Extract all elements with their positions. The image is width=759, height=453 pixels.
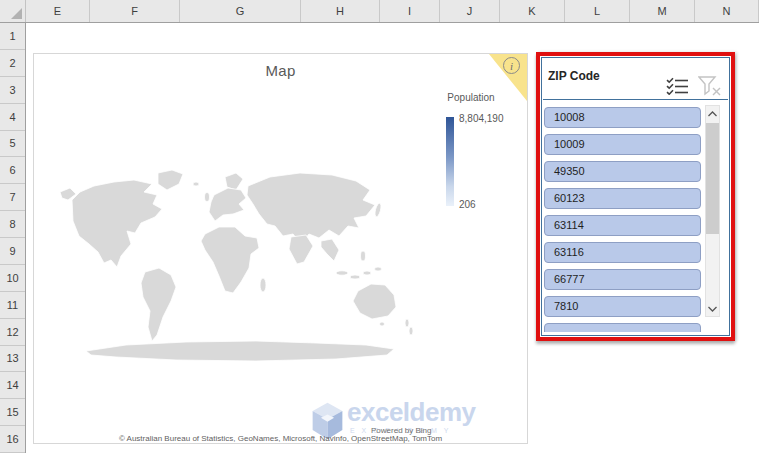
row-header-3[interactable]: 3 (0, 77, 25, 104)
column-header-N[interactable]: N (695, 0, 759, 22)
column-header-J[interactable]: J (440, 0, 500, 22)
slicer-item-63114[interactable]: 63114 (544, 215, 701, 236)
column-headers: EFGHIJKLMN (0, 0, 759, 23)
slicer-item-7810[interactable]: 7810 (544, 296, 701, 317)
row-header-1[interactable]: 1 (0, 23, 25, 50)
row-header-12[interactable]: 12 (0, 319, 25, 346)
column-header-E[interactable]: E (26, 0, 90, 22)
column-header-I[interactable]: I (380, 0, 440, 22)
slicer-item-10008[interactable]: 10008 (544, 107, 701, 128)
column-header-F[interactable]: F (90, 0, 180, 22)
row-header-6[interactable]: 6 (0, 157, 25, 184)
chevron-up-icon (708, 111, 717, 117)
slicer-item-partial[interactable] (544, 323, 701, 332)
clear-filter-icon[interactable] (698, 76, 722, 96)
slicer-header-separator (543, 99, 728, 100)
row-header-7[interactable]: 7 (0, 184, 25, 211)
legend-gradient-bar (446, 117, 454, 206)
slicer-item-49350[interactable]: 49350 (544, 161, 701, 182)
multi-select-icon[interactable] (666, 77, 689, 95)
select-all-corner[interactable] (0, 0, 26, 22)
excel-worksheet: EFGHIJKLMN 12345678910111213141516 Map i (0, 0, 759, 453)
row-header-8[interactable]: 8 (0, 211, 25, 238)
row-headers: 12345678910111213141516 (0, 23, 26, 453)
column-header-G[interactable]: G (180, 0, 301, 22)
chart-title: Map (34, 62, 527, 79)
scroll-down-button[interactable] (706, 301, 719, 316)
chart-legend: Population 8,804,190 206 (439, 92, 524, 103)
row-header-15[interactable]: 15 (0, 399, 25, 426)
column-header-K[interactable]: K (500, 0, 565, 22)
row-header-9[interactable]: 9 (0, 238, 25, 265)
column-header-L[interactable]: L (565, 0, 630, 22)
row-header-5[interactable]: 5 (0, 131, 25, 158)
slicer-item-list: 100081000949350601236311463116667777810 (544, 105, 703, 332)
row-header-4[interactable]: 4 (0, 104, 25, 131)
row-header-14[interactable]: 14 (0, 372, 25, 399)
row-header-11[interactable]: 11 (0, 292, 25, 319)
slicer-item-66777[interactable]: 66777 (544, 269, 701, 290)
row-header-16[interactable]: 16 (0, 426, 25, 453)
scroll-up-button[interactable] (706, 106, 719, 121)
row-header-10[interactable]: 10 (0, 265, 25, 292)
column-header-M[interactable]: M (630, 0, 695, 22)
map-attribution: © Australian Bureau of Statistics, GeoNa… (34, 434, 527, 443)
legend-max-value: 8,804,190 (459, 113, 504, 124)
world-map-image (58, 164, 428, 366)
slicer-scrollbar[interactable] (705, 105, 720, 317)
slicer-title: ZIP Code (548, 69, 600, 83)
scrollbar-thumb[interactable] (706, 123, 719, 234)
slicer-item-10009[interactable]: 10009 (544, 134, 701, 155)
info-icon[interactable]: i (503, 57, 520, 74)
row-header-13[interactable]: 13 (0, 346, 25, 373)
slicer-item-63116[interactable]: 63116 (544, 242, 701, 263)
slicer-item-60123[interactable]: 60123 (544, 188, 701, 209)
zip-code-slicer[interactable]: ZIP Code 1000810009493506012363114631166… (541, 57, 730, 336)
column-header-H[interactable]: H (301, 0, 380, 22)
map-chart[interactable]: Map i (33, 53, 528, 444)
watermark-brand-text: exceldemy (347, 397, 475, 428)
row-header-2[interactable]: 2 (0, 50, 25, 77)
chevron-down-icon (708, 306, 717, 312)
legend-min-value: 206 (459, 199, 476, 210)
legend-title: Population (439, 92, 503, 103)
